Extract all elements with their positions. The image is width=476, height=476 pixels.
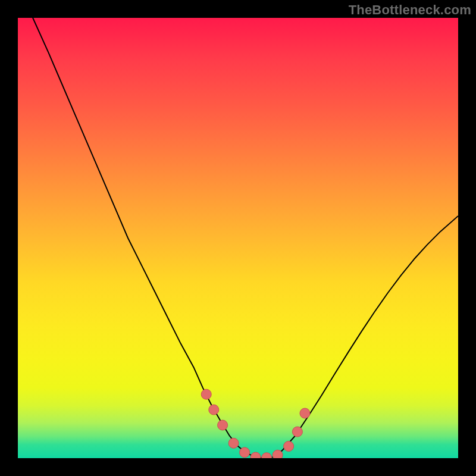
curve-marker [250,452,261,458]
curve-marker [273,450,283,458]
chart-frame: TheBottleneck.com [0,0,476,476]
curve-marker [201,389,211,399]
curve-marker [300,408,310,418]
curve-marker [228,438,239,448]
curve-marker [240,447,250,458]
curve-marker [209,405,219,415]
curve-markers [201,389,310,458]
curve-marker [218,420,228,430]
plot-area [18,18,458,458]
bottleneck-curve [18,18,458,458]
curve-marker [262,453,272,458]
curve-marker [284,441,294,452]
chart-svg [18,18,458,458]
watermark-label: TheBottleneck.com [349,2,471,18]
curve-marker [292,427,302,437]
